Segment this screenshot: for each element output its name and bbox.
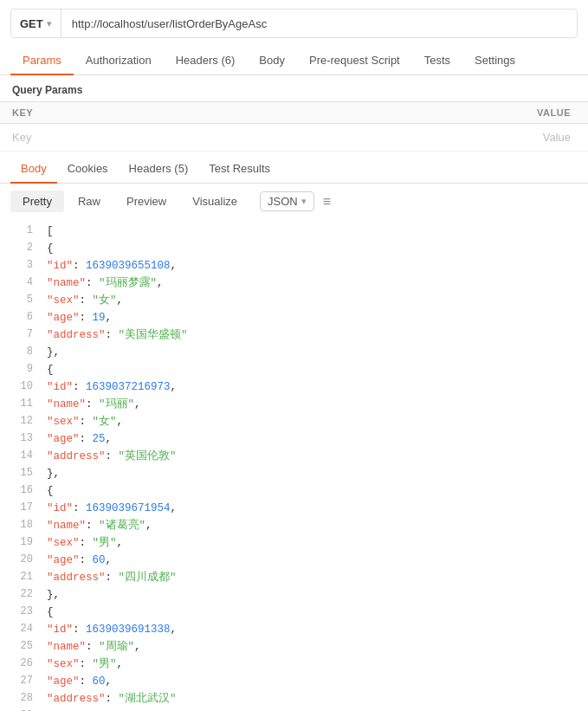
line-content: "age": 19, bbox=[47, 309, 581, 326]
json-line: 27 "age": 60, bbox=[0, 673, 588, 690]
line-content: "address": "湖北武汉" bbox=[47, 690, 581, 708]
line-number: 22 bbox=[7, 586, 33, 604]
line-number: 10 bbox=[7, 378, 33, 396]
tab-response-body[interactable]: Body bbox=[10, 155, 57, 184]
line-number: 19 bbox=[7, 534, 33, 552]
tab-cookies[interactable]: Cookies bbox=[57, 155, 119, 184]
line-content: }, bbox=[47, 344, 581, 361]
json-line: 4 "name": "玛丽梦露", bbox=[0, 275, 588, 292]
line-content: "sex": "女", bbox=[47, 413, 581, 430]
json-line: 8 }, bbox=[0, 344, 588, 361]
json-line: 22 }, bbox=[0, 586, 588, 604]
chevron-down-icon: ▾ bbox=[47, 18, 52, 29]
json-line: 19 "sex": "男", bbox=[0, 534, 588, 552]
response-toolbar: Pretty Raw Preview Visualize JSON ▾ ≡ bbox=[0, 184, 588, 219]
line-content: { bbox=[47, 604, 581, 621]
line-number: 29 bbox=[7, 708, 33, 711]
visualize-tab[interactable]: Visualize bbox=[180, 191, 249, 212]
json-line: 14 "address": "英国伦敦" bbox=[0, 448, 588, 465]
json-line: 13 "age": 25, bbox=[0, 430, 588, 448]
json-line: 2 { bbox=[0, 240, 588, 257]
line-content: "name": "玛丽", bbox=[47, 396, 581, 413]
key-input-cell[interactable]: Key bbox=[0, 124, 245, 152]
line-number: 28 bbox=[7, 690, 33, 708]
line-number: 6 bbox=[7, 309, 33, 326]
line-number: 7 bbox=[7, 326, 33, 344]
tab-prerequest[interactable]: Pre-request Script bbox=[297, 47, 412, 75]
json-line: 12 "sex": "女", bbox=[0, 413, 588, 430]
line-content: "age": 25, bbox=[47, 430, 581, 448]
line-number: 5 bbox=[7, 292, 33, 309]
line-content: }, bbox=[47, 465, 581, 482]
line-number: 9 bbox=[7, 361, 33, 378]
format-select[interactable]: JSON ▾ bbox=[260, 191, 314, 211]
preview-tab[interactable]: Preview bbox=[114, 191, 178, 212]
line-content: "id": 1639037216973, bbox=[47, 378, 581, 396]
json-line: 6 "age": 19, bbox=[0, 309, 588, 326]
line-number: 18 bbox=[7, 517, 33, 534]
json-line: 25 "name": "周瑜", bbox=[0, 638, 588, 656]
json-line: 11 "name": "玛丽", bbox=[0, 396, 588, 413]
filter-icon[interactable]: ≡ bbox=[323, 194, 331, 210]
line-content: "name": "诸葛亮", bbox=[47, 517, 581, 534]
line-content: "sex": "男", bbox=[47, 656, 581, 673]
tab-test-results[interactable]: Test Results bbox=[198, 155, 281, 184]
value-col-header: VALUE bbox=[245, 102, 588, 124]
json-line: 10 "id": 1639037216973, bbox=[0, 378, 588, 396]
json-line: 15 }, bbox=[0, 465, 588, 482]
line-number: 27 bbox=[7, 673, 33, 690]
line-content: { bbox=[47, 240, 581, 257]
params-table: KEY VALUE Key Value bbox=[0, 101, 588, 152]
line-number: 25 bbox=[7, 638, 33, 656]
json-line: 21 "address": "四川成都" bbox=[0, 569, 588, 586]
line-content: "sex": "女", bbox=[47, 292, 581, 309]
line-content: "sex": "男", bbox=[47, 534, 581, 552]
line-content: "id": 1639039671954, bbox=[47, 500, 581, 517]
url-input[interactable] bbox=[61, 17, 577, 30]
line-number: 17 bbox=[7, 500, 33, 517]
tab-authorization[interactable]: Authorization bbox=[74, 47, 164, 75]
line-number: 1 bbox=[7, 223, 33, 240]
line-content: "address": "四川成都" bbox=[47, 569, 581, 586]
line-number: 26 bbox=[7, 656, 33, 673]
bottom-tabs: Body Cookies Headers (5) Test Results bbox=[0, 155, 588, 184]
tab-response-headers[interactable]: Headers (5) bbox=[119, 155, 199, 184]
pretty-tab[interactable]: Pretty bbox=[10, 191, 64, 212]
line-content: { bbox=[47, 361, 581, 378]
line-content: "name": "玛丽梦露", bbox=[47, 275, 581, 292]
method-select[interactable]: GET ▾ bbox=[11, 10, 61, 37]
json-line: 26 "sex": "男", bbox=[0, 656, 588, 673]
line-number: 11 bbox=[7, 396, 33, 413]
table-row: Key Value bbox=[0, 124, 588, 152]
line-number: 16 bbox=[7, 482, 33, 500]
url-bar: GET ▾ bbox=[10, 9, 578, 38]
line-number: 14 bbox=[7, 448, 33, 465]
line-number: 15 bbox=[7, 465, 33, 482]
line-number: 4 bbox=[7, 275, 33, 292]
line-content: "age": 60, bbox=[47, 552, 581, 569]
line-content: "age": 60, bbox=[47, 673, 581, 690]
tab-settings[interactable]: Settings bbox=[462, 47, 527, 75]
line-content: [ bbox=[47, 223, 581, 240]
method-label: GET bbox=[20, 17, 43, 30]
line-content: }, bbox=[47, 586, 581, 604]
line-number: 24 bbox=[7, 621, 33, 638]
json-line: 1[ bbox=[0, 223, 588, 240]
tab-headers[interactable]: Headers (6) bbox=[164, 47, 248, 75]
line-content: } bbox=[47, 708, 581, 711]
json-line: 7 "address": "美国华盛顿" bbox=[0, 326, 588, 344]
line-content: "id": 1639039655108, bbox=[47, 257, 581, 275]
line-number: 20 bbox=[7, 552, 33, 569]
line-number: 8 bbox=[7, 344, 33, 361]
line-number: 3 bbox=[7, 257, 33, 275]
line-content: "address": "美国华盛顿" bbox=[47, 326, 581, 344]
value-input-cell[interactable]: Value bbox=[245, 124, 588, 152]
tab-body[interactable]: Body bbox=[247, 47, 297, 75]
raw-tab[interactable]: Raw bbox=[66, 191, 113, 212]
tab-tests[interactable]: Tests bbox=[412, 47, 462, 75]
format-label: JSON bbox=[268, 195, 298, 208]
line-content: "id": 1639039691338, bbox=[47, 621, 581, 638]
line-number: 23 bbox=[7, 604, 33, 621]
line-content: "address": "英国伦敦" bbox=[47, 448, 581, 465]
tab-params[interactable]: Params bbox=[10, 47, 74, 75]
